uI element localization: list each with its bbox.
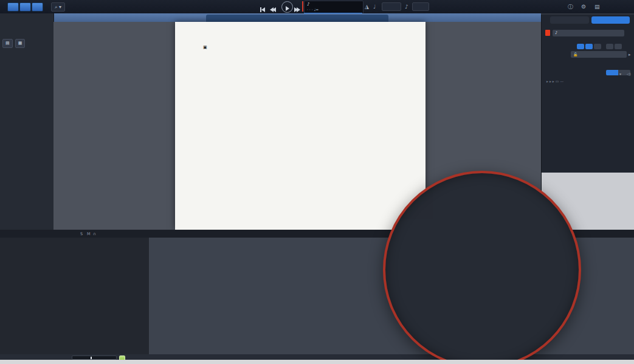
notation-row: [542, 43, 634, 50]
sounds-header: [542, 66, 634, 70]
interpretation-header: [542, 85, 634, 90]
settings-icon[interactable]: ⚙: [581, 0, 586, 13]
zoom-control[interactable]: ⌕ ▾: [51, 2, 65, 12]
headphone-column-icon: ∩: [93, 232, 96, 236]
note-icon: ♪: [307, 2, 309, 7]
musical-notation-header: [542, 38, 634, 43]
sound-chain-row: ▸ ▸ ▸ ▭ —: [542, 78, 634, 85]
tempo-box[interactable]: [382, 2, 401, 11]
document-tab[interactable]: [206, 15, 388, 22]
tab-track[interactable]: [591, 16, 630, 24]
main-toolbar: ⌕ ▾ ♪ · · · ♩= ◮ ♩ ♪ ⓘ ⚙ ▤: [0, 0, 634, 13]
magnifier-overlay: [383, 171, 581, 360]
info-icon[interactable]: ⓘ: [568, 0, 573, 13]
loop-icon[interactable]: ♪: [405, 0, 408, 13]
magnifier-circle: [383, 171, 581, 360]
tuning-row: 🔓 ▸: [542, 50, 634, 60]
master-volume-slider[interactable]: [72, 355, 117, 360]
sound-row[interactable]: ▾ ◁): [542, 70, 634, 78]
solo-column-icon: S: [80, 232, 83, 236]
chords-button[interactable]: ▦: [15, 39, 26, 48]
document-tabstrip: [53, 13, 541, 22]
sound-volume-icon[interactable]: ◁): [627, 72, 631, 76]
lyrics-button[interactable]: ▤: [2, 39, 13, 48]
tuning-expand-icon[interactable]: ▸: [629, 52, 631, 57]
palette-buttons: ▤ ▦: [1, 35, 26, 49]
inspector-tabs: [542, 15, 634, 24]
notation-grand-button[interactable]: [606, 44, 613, 50]
notation-slash-button[interactable]: [594, 44, 601, 50]
color-swatch[interactable]: [5, 23, 13, 32]
speed-box[interactable]: [412, 2, 429, 11]
notation-lock-button[interactable]: [615, 44, 622, 50]
panel-layout-icon[interactable]: ▤: [594, 0, 600, 13]
tuning-select[interactable]: 🔓: [571, 51, 627, 58]
layout-pane-3-button[interactable]: [32, 2, 43, 12]
notation-standard-button[interactable]: [577, 44, 584, 50]
mute-column-icon: M: [87, 232, 91, 236]
information-row[interactable]: ♪: [542, 29, 634, 38]
forward-button[interactable]: [294, 3, 301, 10]
rewind-button[interactable]: [270, 3, 277, 10]
count-in-icon[interactable]: ♩: [373, 0, 376, 13]
play-button[interactable]: [281, 1, 293, 13]
layout-pane-2-button[interactable]: [19, 2, 31, 12]
tab-master[interactable]: [550, 16, 589, 24]
edition-palette: ▤ ▦: [0, 13, 54, 230]
app-window: ⌕ ▾ ♪ · · · ♩= ◮ ♩ ♪ ⓘ ⚙ ▤: [0, 0, 634, 360]
sound-chain-icons[interactable]: ▸ ▸ ▸ ▭ —: [546, 79, 563, 83]
metronome-icon[interactable]: ◮: [365, 0, 369, 13]
sound-expand-icon[interactable]: ▾: [619, 72, 621, 76]
magnifier-shine: [384, 171, 433, 218]
score-section-label: ▣: [203, 45, 207, 50]
playhead-marker: [302, 1, 303, 12]
track-name-field[interactable]: ♪: [553, 30, 624, 36]
track-color-swatch[interactable]: [545, 30, 550, 36]
notation-tab-button[interactable]: [585, 44, 593, 50]
master-automation-box[interactable]: [119, 355, 125, 360]
layout-pane-1-button[interactable]: [7, 2, 19, 12]
information-header: [542, 24, 634, 29]
skip-back-button[interactable]: [260, 3, 267, 10]
